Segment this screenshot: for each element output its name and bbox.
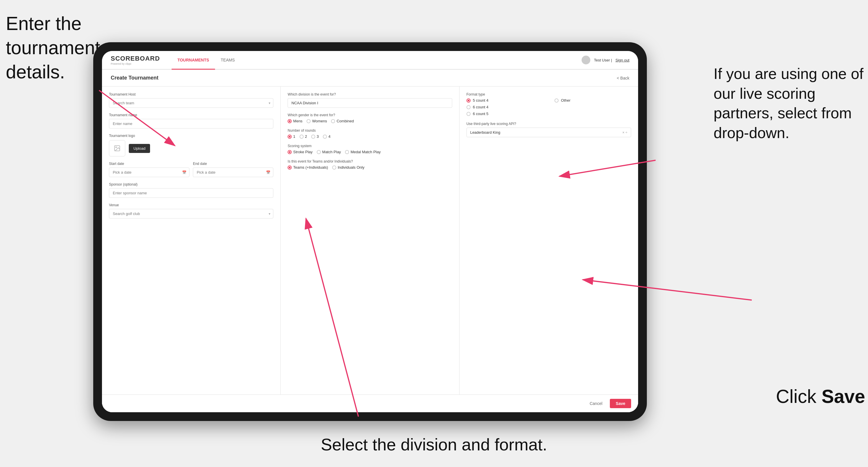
host-group: Tournament Host ▾ — [109, 92, 273, 108]
gender-label: Which gender is the event for? — [287, 113, 452, 117]
user-name: Test User | — [594, 58, 612, 62]
other-radio[interactable] — [555, 98, 559, 102]
gender-combined-radio[interactable] — [331, 119, 335, 123]
teams-individuals-radio[interactable] — [332, 165, 336, 169]
division-select-wrapper: NCAA Division I — [287, 98, 452, 108]
svg-point-1 — [116, 147, 117, 148]
rounds-label: Number of rounds — [287, 128, 452, 132]
teams-teams-radio[interactable] — [287, 165, 292, 169]
rounds-2[interactable]: 2 — [300, 134, 307, 139]
annotation-bottom: Select the division and format. — [321, 434, 547, 455]
scoring-stroke[interactable]: Stroke Play — [287, 150, 312, 154]
start-date-label: Start date — [109, 162, 189, 166]
gender-mens[interactable]: Mens — [287, 119, 303, 123]
end-date-wrapper: 📅 — [193, 167, 273, 177]
end-date-label: End date — [193, 162, 273, 166]
rounds-3-label: 3 — [317, 134, 319, 139]
gender-group: Which gender is the event for? Mens Wome… — [287, 113, 452, 123]
tablet-device: SCOREBOARD Powered by clippi TOURNAMENTS… — [93, 42, 647, 421]
rounds-4-radio[interactable] — [323, 134, 327, 139]
format-6count5-radio[interactable] — [466, 112, 471, 116]
calendar-icon-2: 📅 — [266, 170, 270, 175]
gender-womens-radio[interactable] — [307, 119, 311, 123]
rounds-group: Number of rounds 1 2 — [287, 128, 452, 139]
dropdown-icon: ▾ — [269, 101, 270, 105]
start-date-input[interactable] — [109, 167, 189, 177]
rounds-3-radio[interactable] — [311, 134, 315, 139]
format-6count5[interactable]: 6 count 5 — [466, 112, 546, 116]
venue-dropdown-icon: ▾ — [269, 212, 270, 216]
gender-mens-radio[interactable] — [287, 119, 292, 123]
division-label: Which division is the event for? — [287, 92, 452, 96]
rounds-2-radio[interactable] — [300, 134, 304, 139]
end-date-group: End date 📅 — [193, 162, 273, 177]
sponsor-group: Sponsor (optional) — [109, 182, 273, 198]
form-column-middle: Which division is the event for? NCAA Di… — [281, 87, 459, 395]
format-6count4-radio[interactable] — [466, 105, 471, 109]
scoring-match-label: Match Play — [322, 150, 341, 154]
scoring-medal-radio[interactable] — [345, 150, 349, 154]
gender-combined[interactable]: Combined — [331, 119, 354, 123]
nav-tabs: TOURNAMENTS TEAMS — [172, 51, 582, 69]
venue-group: Venue ▾ — [109, 203, 273, 218]
upload-button[interactable]: Upload — [129, 144, 150, 153]
format-6count4-label: 6 count 4 — [473, 105, 489, 109]
annotation-bottomright: Click Save — [776, 384, 865, 409]
rounds-4-label: 4 — [329, 134, 331, 139]
name-input[interactable] — [109, 119, 273, 128]
teams-teams[interactable]: Teams (+Individuals) — [287, 165, 328, 169]
back-link[interactable]: < Back — [617, 76, 629, 81]
form-column-left: Tournament Host ▾ Tournament name Tourna — [102, 87, 281, 395]
tab-tournaments[interactable]: TOURNAMENTS — [172, 51, 215, 70]
teams-group: Is this event for Teams and/or Individua… — [287, 159, 452, 169]
rounds-1[interactable]: 1 — [287, 134, 295, 139]
teams-teams-label: Teams (+Individuals) — [293, 165, 328, 169]
live-scoring-input[interactable]: Leaderboard King × ÷ — [466, 128, 631, 137]
form-column-right: Format type 5 count 4 — [460, 87, 638, 395]
form-footer: Cancel Save — [102, 395, 638, 412]
other-option[interactable]: Other — [555, 98, 631, 102]
logo-placeholder — [109, 140, 125, 156]
rounds-1-radio[interactable] — [287, 134, 292, 139]
save-button[interactable]: Save — [610, 399, 631, 408]
signout-link[interactable]: Sign out — [615, 58, 629, 62]
format-5count4[interactable]: 5 count 4 — [466, 98, 546, 102]
format-6count4[interactable]: 6 count 4 — [466, 105, 546, 109]
host-input[interactable] — [109, 98, 273, 108]
rounds-4[interactable]: 4 — [323, 134, 331, 139]
calendar-icon: 📅 — [182, 170, 186, 175]
sponsor-input[interactable] — [109, 188, 273, 198]
teams-individuals[interactable]: Individuals Only — [332, 165, 365, 169]
start-date-group: Start date 📅 — [109, 162, 189, 177]
venue-label: Venue — [109, 203, 273, 207]
gender-combined-label: Combined — [337, 119, 354, 123]
scoring-medal-label: Medal Match Play — [350, 150, 380, 154]
scoring-medal[interactable]: Medal Match Play — [345, 150, 380, 154]
annotation-topright: If you are using one of our live scoring… — [714, 64, 865, 143]
gender-radio-group: Mens Womens Combined — [287, 119, 452, 123]
division-select[interactable]: NCAA Division I — [287, 98, 452, 108]
teams-label: Is this event for Teams and/or Individua… — [287, 159, 452, 163]
form-title: Create Tournament — [111, 75, 158, 81]
end-date-input[interactable] — [193, 167, 273, 177]
format-left: 5 count 4 6 count 4 6 coun — [466, 98, 546, 116]
logo-sub: Powered by clippi — [111, 62, 160, 65]
live-scoring-clear-button[interactable]: × ÷ — [622, 130, 627, 134]
tab-teams[interactable]: TEAMS — [215, 51, 241, 70]
date-row: Start date 📅 End date — [109, 162, 273, 177]
division-group: Which division is the event for? NCAA Di… — [287, 92, 452, 108]
scoring-stroke-label: Stroke Play — [293, 150, 312, 154]
venue-input[interactable] — [109, 209, 273, 218]
rounds-3[interactable]: 3 — [311, 134, 319, 139]
venue-input-wrapper: ▾ — [109, 209, 273, 218]
format-5count4-radio[interactable] — [466, 98, 471, 102]
gender-womens[interactable]: Womens — [307, 119, 327, 123]
scoring-stroke-radio[interactable] — [287, 150, 292, 154]
logo-text: SCOREBOARD — [111, 55, 160, 62]
logo-area: SCOREBOARD Powered by clippi — [111, 55, 160, 65]
cancel-button[interactable]: Cancel — [585, 399, 607, 408]
logo-label: Tournament logo — [109, 134, 273, 138]
teams-individuals-label: Individuals Only — [338, 165, 365, 169]
scoring-match[interactable]: Match Play — [317, 150, 341, 154]
scoring-match-radio[interactable] — [317, 150, 321, 154]
